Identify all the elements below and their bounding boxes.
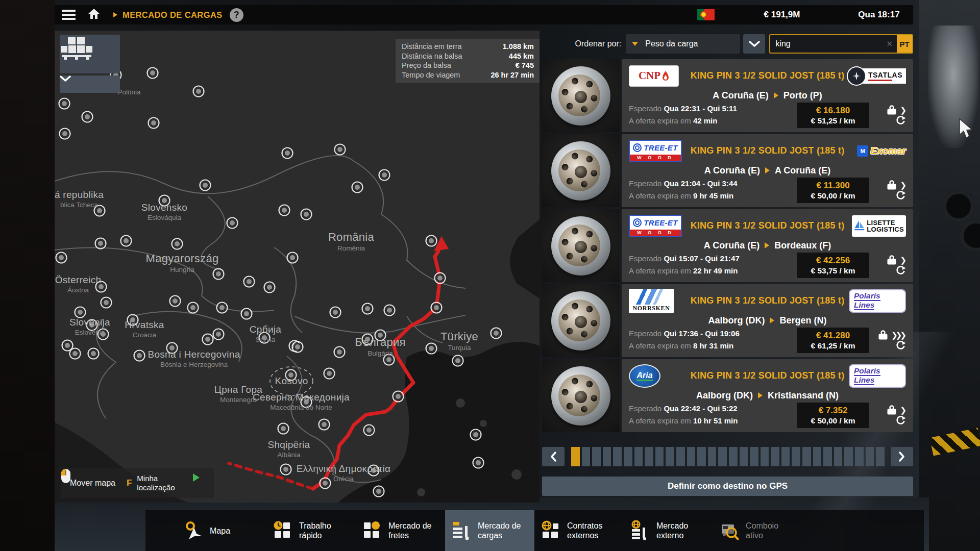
page-segment[interactable] — [708, 447, 717, 466]
city-marker — [94, 206, 105, 216]
page-segment[interactable] — [771, 447, 779, 466]
city-marker — [88, 348, 99, 359]
route-info-value: 26 hr 27 min — [491, 70, 534, 80]
nav-item-trabalho-rapido[interactable]: Trabalhorápido — [266, 510, 356, 551]
my-location-label: Minha localização — [137, 474, 193, 492]
city-marker — [128, 315, 138, 325]
mouse-icon — [61, 468, 71, 484]
cargo-offer-row[interactable]: Aria KING PIN 3 1/2 SOLID JOST (185 t) P… — [542, 359, 913, 432]
recipient-logo: Polaris Lines — [849, 289, 906, 313]
sort-dropdown[interactable]: Peso da carga — [626, 34, 740, 54]
city-marker — [203, 334, 213, 345]
sort-dropdown-open-button[interactable] — [743, 34, 765, 54]
cargo-flags: ❯ — [869, 180, 906, 203]
city-marker — [59, 98, 70, 109]
page-segment[interactable] — [624, 447, 632, 466]
heavy-weight-icon — [877, 330, 889, 340]
page-segment[interactable] — [676, 447, 685, 466]
nav-item-comboio-ativo[interactable]: Comboioativo — [713, 510, 802, 551]
cargo-offer-row[interactable]: NORRSKEN KING PIN 3 1/2 SOLID JOST (185 … — [542, 284, 913, 357]
cargo-offer-row[interactable]: TREE-ET W O O D KING PIN 3 1/2 SOLID JOS… — [542, 209, 913, 282]
page-segment[interactable] — [740, 447, 748, 466]
page-segment[interactable] — [634, 447, 643, 466]
destination-city: Porto (P) — [783, 90, 822, 101]
city-marker — [384, 305, 395, 316]
offer-times: Esperado Qua 21:04 - Qui 3:44 A oferta e… — [629, 178, 797, 203]
top-bar: MERCADO DE CARGAS ? € 191,9M Qua 18:17 — [55, 5, 913, 24]
chevron-right-icon — [898, 451, 906, 462]
expires-in: 42 min — [693, 116, 718, 125]
expires-in: 8 hr 31 min — [693, 341, 733, 350]
page-segment[interactable] — [718, 447, 727, 466]
map-controls-legend: Mover mapa F Minha localização — [61, 468, 214, 498]
cargo-offer-row[interactable]: TREE-ET W O O D KING PIN 3 1/2 SOLID JOS… — [542, 134, 913, 207]
page-segment[interactable] — [813, 447, 822, 466]
help-button[interactable]: ? — [230, 8, 243, 22]
language-badge[interactable]: PT — [897, 35, 912, 53]
nav-item-contratos-externos[interactable]: Contratosexternos — [534, 510, 624, 551]
next-page-button[interactable] — [891, 447, 913, 466]
city-marker — [384, 355, 395, 365]
route-arrow-icon — [770, 317, 774, 323]
chevron-left-icon — [549, 451, 557, 462]
nav-item-mercado-externo[interactable]: Mercadoexterno — [624, 510, 713, 551]
set-gps-destination-button[interactable]: Definir como destino no GPS — [542, 477, 913, 496]
nav-item-mercado-de-cargas[interactable]: Mercado decargas — [445, 510, 534, 551]
shipper-logo: NORRSKEN — [629, 289, 686, 313]
clear-search-icon[interactable]: ✕ — [886, 39, 893, 48]
page-segment[interactable] — [834, 447, 843, 466]
route-info-label: Preço da balsa — [402, 61, 451, 70]
page-segment[interactable] — [603, 447, 611, 466]
return-loop-icon — [896, 341, 906, 351]
route-info-box: Distância em terra1.088 km Distância na … — [396, 39, 540, 83]
page-segment[interactable] — [761, 447, 769, 466]
page-segment[interactable] — [844, 447, 853, 466]
city-marker — [148, 68, 158, 79]
city-marker — [426, 343, 437, 354]
home-icon[interactable] — [88, 8, 100, 21]
route-map[interactable]: Polôniaá republikablica TchecaSlovenskoE… — [55, 31, 540, 503]
cargo-market-icon — [451, 520, 472, 541]
page-segment[interactable] — [666, 447, 674, 466]
quick-job-icon — [273, 520, 293, 541]
page-segment[interactable] — [866, 447, 874, 466]
cargo-offer-body: NORRSKEN KING PIN 3 1/2 SOLID JOST (185 … — [622, 284, 913, 357]
offer-times: Esperado Qua 22:31 - Qui 5:11 A oferta e… — [629, 103, 797, 128]
map-collapse-button[interactable] — [60, 76, 120, 93]
city-marker — [213, 269, 224, 280]
menu-icon[interactable] — [62, 10, 76, 20]
page-segment[interactable] — [781, 447, 790, 466]
trailer-adviser-button[interactable] — [60, 35, 120, 73]
page-segment[interactable] — [855, 447, 864, 466]
route-info-label: Tempo de viagem — [402, 70, 460, 80]
search-input[interactable] — [770, 39, 886, 48]
page-segment[interactable] — [687, 447, 696, 466]
page-segment[interactable] — [582, 447, 591, 466]
return-loop-icon — [896, 266, 906, 276]
offer-rate-per-km: € 61,25 / km — [811, 341, 855, 350]
route-cities: Aalborg (DK) Kristiansand (N) — [629, 388, 906, 403]
page-segment[interactable] — [750, 447, 758, 466]
cargo-offer-row[interactable]: CNP KING PIN 3 1/2 SOLID JOST (185 t) TS… — [542, 59, 913, 132]
nav-item-mercado-de-fretes[interactable]: Mercado defretes — [356, 510, 445, 551]
previous-page-button[interactable] — [542, 447, 565, 466]
page-segment[interactable] — [655, 447, 664, 466]
city-marker — [60, 129, 70, 139]
offer-rate-per-km: € 53,75 / km — [811, 266, 855, 276]
page-segment[interactable] — [792, 447, 800, 466]
return-loop-icon — [896, 116, 906, 126]
treeet-spiral-icon — [633, 143, 642, 152]
chevron-down-icon — [60, 76, 71, 82]
page-segment[interactable] — [729, 447, 738, 466]
page-segment[interactable] — [645, 447, 653, 466]
nav-item-mapa[interactable]: Mapa — [177, 510, 266, 551]
page-segment-active[interactable] — [571, 447, 580, 466]
page-segment[interactable] — [592, 447, 601, 466]
page-segment[interactable] — [802, 447, 811, 466]
page-segment[interactable] — [876, 447, 885, 466]
page-segment[interactable] — [697, 447, 706, 466]
page-segment[interactable] — [613, 447, 622, 466]
page-segment[interactable] — [823, 447, 832, 466]
city-marker — [431, 303, 442, 313]
flame-icon — [662, 71, 669, 81]
